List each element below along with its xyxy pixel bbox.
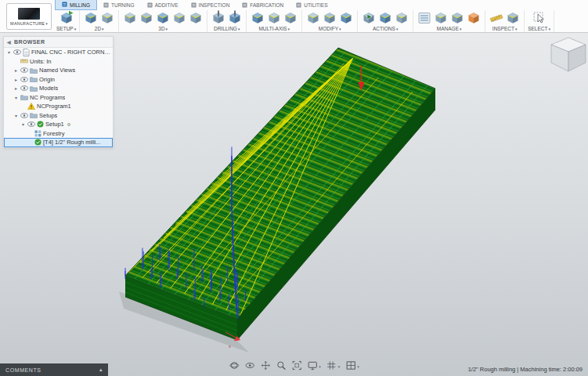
ribbon-group-label-select[interactable]: SELECT▾ bbox=[528, 26, 550, 31]
browser-item-forestry[interactable]: Forestry bbox=[4, 129, 113, 139]
tab-turning[interactable]: TURNING bbox=[97, 0, 141, 10]
browser-item-models[interactable]: ▸Models bbox=[4, 84, 113, 93]
svg-text:x: x bbox=[229, 344, 231, 349]
drill-icon[interactable] bbox=[211, 10, 226, 26]
3d-viewport[interactable]: x ◀ BROWSER ▾FINAL CNC - RIGHT CORNER PA… bbox=[0, 33, 588, 376]
ribbon-group-label-drilling[interactable]: DRILLING▾ bbox=[214, 26, 240, 31]
visibility-eye-icon[interactable] bbox=[13, 49, 21, 55]
rotary-icon[interactable] bbox=[283, 10, 298, 26]
ramp-icon[interactable] bbox=[188, 10, 204, 26]
pocket-2d-icon[interactable] bbox=[99, 10, 115, 26]
orbit-icon[interactable] bbox=[229, 360, 239, 374]
machine-library-icon[interactable] bbox=[449, 10, 465, 26]
ribbon-group-label-3d[interactable]: 3D▾ bbox=[158, 26, 168, 31]
chevron-down-icon: ▾ bbox=[102, 27, 104, 31]
visibility-eye-icon[interactable] bbox=[20, 77, 28, 82]
check-icon bbox=[37, 121, 44, 128]
templates-icon[interactable] bbox=[433, 10, 449, 26]
tab-milling[interactable]: MILLING bbox=[55, 0, 97, 10]
extensions-icon[interactable] bbox=[466, 10, 482, 26]
chevron-expanded-icon[interactable]: ▾ bbox=[6, 49, 12, 55]
chevron-down-icon: ▾ bbox=[515, 27, 518, 31]
chevron-collapsed-icon[interactable]: ▸ bbox=[13, 77, 19, 82]
browser-item-setups[interactable]: ▾Setups bbox=[4, 111, 113, 121]
tool-library-icon[interactable] bbox=[417, 10, 432, 26]
active-setup-dot bbox=[67, 123, 70, 126]
browser-item-label: NC Programs bbox=[30, 94, 65, 101]
milling-tab-icon bbox=[62, 2, 67, 8]
ribbon-group-label-setup[interactable]: SETUP▾ bbox=[56, 26, 76, 31]
zoom-icon bbox=[276, 360, 286, 374]
ribbon-group-label-2d[interactable]: 2D▾ bbox=[95, 26, 104, 31]
ribbon: SETUP▾2D▾3D▾DRILLING▾MULTI-AXIS▾MODIFY▾A… bbox=[53, 10, 588, 32]
stock-block bbox=[125, 48, 435, 340]
grid-snaps-icon[interactable]: ▾ bbox=[326, 360, 341, 374]
face-milling-icon[interactable] bbox=[83, 10, 99, 26]
select-icon[interactable] bbox=[532, 10, 547, 26]
ribbon-group-manage: MANAGE▾ bbox=[413, 10, 485, 32]
swarf-icon[interactable] bbox=[250, 10, 265, 26]
orbit-icon bbox=[229, 360, 239, 374]
chevron-expanded-icon[interactable]: ▾ bbox=[13, 95, 19, 100]
ribbon-group-label-inspect[interactable]: INSPECT▾ bbox=[492, 26, 518, 31]
visibility-eye-icon[interactable] bbox=[27, 121, 35, 127]
browser-item-setup1[interactable]: ▾Setup1 bbox=[4, 120, 113, 129]
folder-icon bbox=[30, 67, 38, 74]
setup-sheet-icon[interactable] bbox=[394, 10, 409, 26]
browser-item-final-cnc-right-corner-pane[interactable]: ▾FINAL CNC - RIGHT CORNER PANE... bbox=[4, 48, 113, 57]
tab-inspection[interactable]: INSPECTION bbox=[185, 0, 236, 10]
visibility-eye-icon[interactable] bbox=[20, 67, 28, 73]
bore-icon[interactable] bbox=[227, 10, 243, 26]
browser-collapse-icon[interactable]: ◀ bbox=[7, 39, 11, 45]
visibility-eye-icon[interactable] bbox=[20, 85, 28, 91]
duplicate-icon[interactable] bbox=[338, 10, 354, 26]
visibility-eye-icon[interactable] bbox=[20, 113, 28, 118]
tab-utilities[interactable]: UTILITIES bbox=[290, 0, 334, 10]
chevron-expanded-icon[interactable]: ▾ bbox=[20, 121, 26, 127]
trim-icon[interactable] bbox=[305, 10, 321, 26]
display-settings-icon bbox=[307, 360, 317, 374]
workspace-switcher-button[interactable]: MANUFACTURE▾ bbox=[6, 3, 52, 30]
display-settings-icon[interactable]: ▾ bbox=[307, 360, 321, 374]
browser-item-origin[interactable]: ▸Origin bbox=[4, 75, 113, 85]
look-at-icon bbox=[244, 360, 254, 374]
parallel-icon[interactable] bbox=[155, 10, 171, 26]
browser-item-ncprogram1[interactable]: NCProgram1 bbox=[4, 102, 113, 111]
zoom-icon[interactable] bbox=[276, 360, 286, 374]
setup-icon[interactable] bbox=[59, 10, 74, 26]
simulate-icon[interactable] bbox=[361, 10, 377, 26]
ribbon-group-label-modify[interactable]: MODIFY▾ bbox=[319, 26, 341, 31]
tab-additive[interactable]: ADDITIVE bbox=[141, 0, 185, 10]
look-at-icon[interactable] bbox=[244, 360, 254, 374]
ribbon-group-label-manage[interactable]: MANAGE▾ bbox=[437, 26, 462, 31]
pan-icon[interactable] bbox=[260, 360, 270, 374]
browser-item-units-in[interactable]: Units: In bbox=[4, 57, 113, 67]
ribbon-group-drilling: DRILLING▾ bbox=[207, 10, 247, 32]
pocket-clearing-icon[interactable] bbox=[139, 10, 154, 26]
fit-icon[interactable] bbox=[291, 360, 301, 374]
post-process-icon[interactable] bbox=[377, 10, 393, 26]
contour-icon[interactable] bbox=[171, 10, 187, 26]
transform-icon[interactable] bbox=[322, 10, 337, 26]
comments-bar[interactable]: COMMENTS ▴ bbox=[0, 363, 108, 376]
ribbon-group-label-multi-axis[interactable]: MULTI-AXIS▾ bbox=[258, 26, 290, 31]
viewports-icon[interactable]: ▾ bbox=[345, 360, 359, 374]
inspection-tab-icon bbox=[191, 2, 197, 9]
ribbon-group-3d: 3D▾ bbox=[119, 10, 207, 32]
browser-panel: ◀ BROWSER ▾FINAL CNC - RIGHT CORNER PANE… bbox=[3, 36, 114, 148]
browser-item-nc-programs[interactable]: ▾NC Programs bbox=[4, 93, 113, 103]
adaptive-clearing-icon[interactable] bbox=[122, 10, 138, 26]
probe-icon[interactable] bbox=[505, 10, 521, 26]
utilities-tab-icon bbox=[296, 2, 301, 9]
chevron-expanded-icon[interactable]: ▾ bbox=[13, 113, 19, 118]
multiaxis-contour-icon[interactable] bbox=[266, 10, 282, 26]
ribbon-group-label-actions[interactable]: ACTIONS▾ bbox=[373, 26, 398, 31]
browser-item-t4-1-2-rough-milli[interactable]: [T4] 1/2" Rough milli... bbox=[4, 138, 113, 147]
chevron-collapsed-icon[interactable]: ▸ bbox=[13, 85, 19, 91]
view-cube[interactable] bbox=[551, 38, 586, 71]
tab-fabrication[interactable]: FABRICATION bbox=[236, 0, 290, 10]
browser-item-named-views[interactable]: ▸Named Views bbox=[4, 66, 113, 75]
chevron-collapsed-icon[interactable]: ▸ bbox=[13, 67, 19, 73]
measure-icon[interactable] bbox=[489, 10, 504, 26]
chevron-up-icon[interactable]: ▴ bbox=[99, 367, 103, 373]
